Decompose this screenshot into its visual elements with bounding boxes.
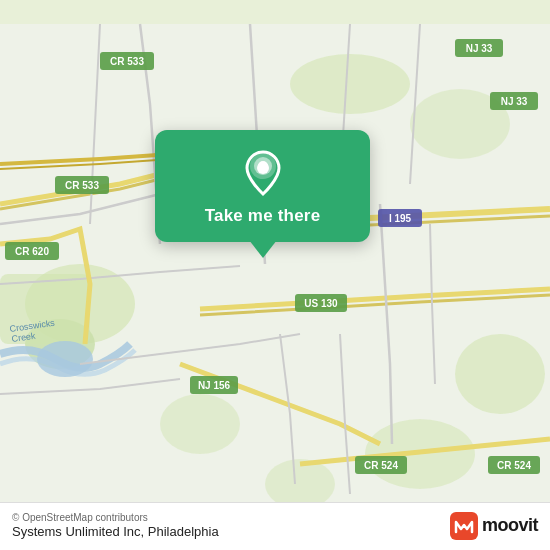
svg-point-6 — [455, 334, 545, 414]
take-me-there-button[interactable]: Take me there — [205, 206, 321, 226]
osm-credit: © OpenStreetMap contributors — [12, 512, 219, 523]
svg-text:CR 620: CR 620 — [15, 246, 49, 257]
svg-point-36 — [257, 162, 269, 174]
location-label: Systems Unlimited Inc, Philadelphia — [12, 524, 219, 539]
map-container: CR 533 NJ 33 CR 533 CR 620 I 195 US 130 … — [0, 0, 550, 550]
location-pin-icon — [239, 148, 287, 196]
svg-point-10 — [37, 341, 93, 377]
bottom-left-info: © OpenStreetMap contributors Systems Unl… — [12, 512, 219, 539]
svg-text:CR 533: CR 533 — [65, 180, 99, 191]
map-svg: CR 533 NJ 33 CR 533 CR 620 I 195 US 130 … — [0, 0, 550, 550]
svg-text:CR 533: CR 533 — [110, 56, 144, 67]
svg-text:US 130: US 130 — [304, 298, 338, 309]
popup-card: Take me there — [155, 130, 370, 242]
bottom-bar: © OpenStreetMap contributors Systems Unl… — [0, 502, 550, 550]
svg-text:CR 524: CR 524 — [364, 460, 398, 471]
moovit-brand-icon — [450, 512, 478, 540]
svg-point-4 — [290, 54, 410, 114]
moovit-logo: moovit — [450, 512, 538, 540]
svg-text:CR 524: CR 524 — [497, 460, 531, 471]
svg-text:NJ 33: NJ 33 — [466, 43, 493, 54]
moovit-brand-text: moovit — [482, 515, 538, 536]
svg-text:NJ 33: NJ 33 — [501, 96, 528, 107]
svg-text:I 195: I 195 — [389, 213, 412, 224]
svg-text:NJ 156: NJ 156 — [198, 380, 231, 391]
svg-point-8 — [160, 394, 240, 454]
